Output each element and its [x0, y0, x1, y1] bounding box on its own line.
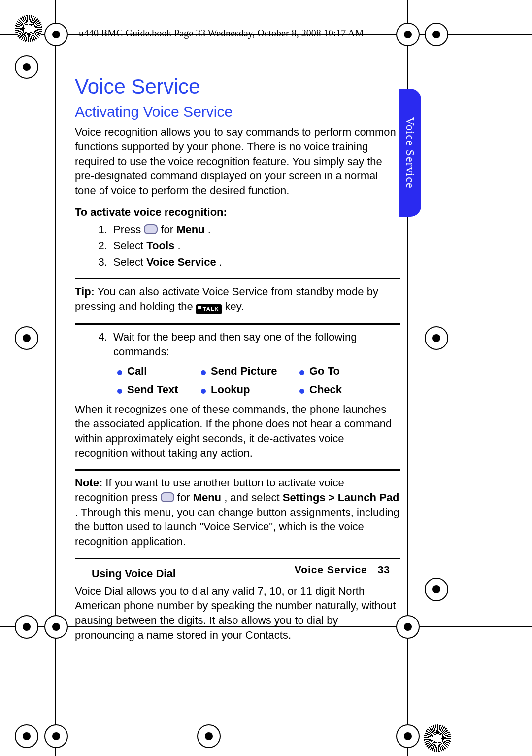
intro-paragraph: Voice recognition allows you to say comm… — [75, 125, 400, 198]
page-header-line: u440 BMC Guide.book Page 33 Wednesday, O… — [79, 28, 364, 39]
register-mark-icon — [15, 55, 38, 79]
command-label: Go To — [309, 364, 340, 378]
menu-label: Menu — [193, 491, 221, 504]
bullet-icon — [299, 370, 304, 375]
register-mark-icon — [396, 23, 420, 46]
crop-line-vertical-left — [55, 0, 56, 756]
note-text: , and select — [224, 491, 283, 504]
command-item: Check — [299, 382, 378, 397]
register-mark-icon — [15, 724, 38, 748]
step-text: Select — [113, 256, 146, 268]
register-radial-icon — [15, 15, 42, 42]
page-title: Voice Service — [75, 73, 400, 101]
tip-block: Tip: You can also activate Voice Service… — [75, 284, 400, 314]
register-mark-icon — [15, 326, 38, 350]
softkey-icon — [144, 224, 158, 234]
register-mark-icon — [15, 615, 38, 639]
command-item: Send Text — [117, 382, 201, 397]
note-label: Note: — [75, 477, 102, 489]
command-item: Lookup — [201, 382, 299, 397]
command-label: Call — [127, 364, 147, 378]
talk-key-icon: TALK — [196, 304, 222, 314]
step-2: Select Tools . — [110, 239, 400, 253]
command-label: Send Picture — [211, 364, 277, 378]
softkey-icon — [161, 492, 174, 502]
commands-grid: Call Send Picture Go To Send Text Lookup… — [117, 364, 400, 397]
commands-row: Call Send Picture Go To — [117, 364, 400, 378]
step-1: Press for Menu . — [110, 222, 400, 237]
voice-dial-paragraph: Voice Dial allows you to dial any valid … — [75, 584, 400, 643]
section-tab-label: Voice Service — [403, 117, 417, 188]
step-4: Wait for the beep and then say one of th… — [110, 330, 400, 359]
step-text: Wait for the beep and then say one of th… — [113, 331, 357, 358]
bullet-icon — [201, 389, 206, 394]
horizontal-rule — [75, 558, 400, 559]
subheading-activate: To activate voice recognition: — [75, 205, 400, 220]
step-text: Select — [113, 240, 146, 252]
page-number: 33 — [378, 564, 390, 575]
voice-service-label: Voice Service — [146, 256, 216, 268]
settings-path-label: Settings > Launch Pad — [283, 491, 399, 504]
content-area: Voice Service Activating Voice Service V… — [75, 73, 400, 642]
bullet-icon — [201, 370, 206, 375]
section-heading: Activating Voice Service — [75, 102, 400, 122]
page-footer: Voice Service 33 — [75, 564, 390, 576]
register-mark-icon — [44, 23, 68, 46]
step-text: Press — [113, 223, 144, 236]
note-text: . Through this menu, you can change butt… — [75, 506, 399, 548]
register-mark-icon — [197, 724, 221, 748]
footer-section-label: Voice Service — [295, 564, 367, 575]
horizontal-rule — [75, 323, 400, 325]
menu-label: Menu — [176, 223, 204, 236]
register-mark-icon — [425, 578, 448, 601]
register-mark-icon — [44, 724, 68, 748]
bullet-icon — [117, 389, 122, 394]
register-mark-icon — [44, 615, 68, 639]
command-item: Go To — [299, 364, 378, 378]
command-label: Send Text — [127, 382, 178, 397]
commands-row: Send Text Lookup Check — [117, 382, 400, 397]
note-block: Note: If you want to use another button … — [75, 476, 400, 549]
register-mark-icon — [396, 724, 420, 748]
step-text: . — [208, 223, 211, 236]
bullet-icon — [299, 389, 304, 394]
after-commands-paragraph: When it recognizes one of these commands… — [75, 402, 400, 461]
section-tab: Voice Service — [399, 89, 421, 217]
tools-label: Tools — [146, 240, 174, 252]
step-text: . — [177, 240, 180, 252]
step-text: . — [219, 256, 222, 268]
note-text: for — [177, 491, 193, 504]
steps-list: Press for Menu . Select Tools . Select V… — [110, 222, 400, 269]
horizontal-rule — [75, 278, 400, 279]
register-mark-icon — [425, 23, 448, 46]
step-3: Select Voice Service . — [110, 255, 400, 270]
steps-list-cont: Wait for the beep and then say one of th… — [110, 330, 400, 359]
tip-text: key. — [225, 300, 244, 312]
command-label: Check — [309, 382, 342, 397]
tip-label: Tip: — [75, 285, 95, 298]
register-mark-icon — [425, 326, 448, 350]
command-item: Send Picture — [201, 364, 299, 378]
register-radial-icon — [424, 724, 451, 752]
command-item: Call — [117, 364, 201, 378]
horizontal-rule — [75, 469, 400, 471]
bullet-icon — [117, 370, 122, 375]
command-label: Lookup — [211, 382, 250, 397]
step-text: for — [161, 223, 176, 236]
